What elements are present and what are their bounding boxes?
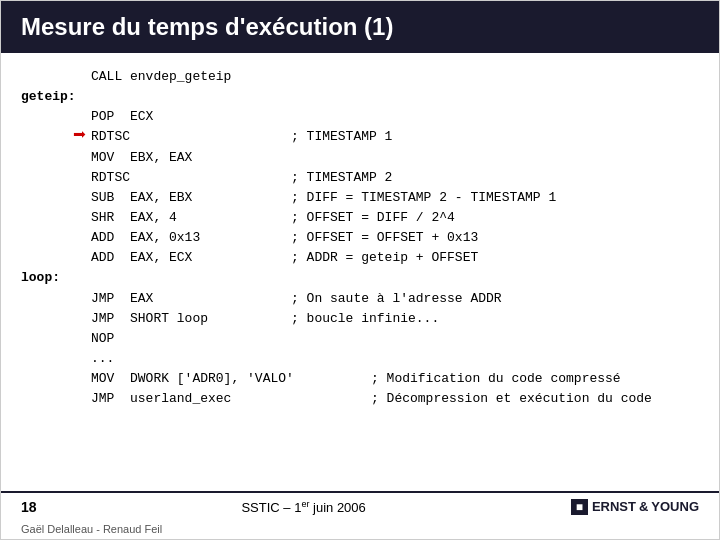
add2-line: ADD EAX, ECX ; ADDR = geteip + OFFSET <box>21 248 699 268</box>
sub-code: SUB EAX, EBX <box>91 188 291 208</box>
jmp1-line: JMP EAX ; On saute à l'adresse ADDR <box>21 289 699 309</box>
footer-separator: – <box>283 500 290 515</box>
geteip-label: geteip: <box>21 87 81 107</box>
rdtsc1-line: ➡ RDTSC ; TIMESTAMP 1 <box>21 127 699 147</box>
sub-comment: ; DIFF = TIMESTAMP 2 - TIMESTAMP 1 <box>291 188 556 208</box>
company-logo: ■ ERNST & YOUNG <box>571 499 699 515</box>
call-line: CALL envdep_geteip <box>21 67 699 87</box>
arrow-icon: ➡ <box>73 126 86 148</box>
dots-line: ... <box>21 349 699 369</box>
pop-code: POP ECX <box>91 107 153 127</box>
jmp1-comment: ; On saute à l'adresse ADDR <box>291 289 502 309</box>
add2-code: ADD EAX, ECX <box>91 248 291 268</box>
sub-line: SUB EAX, EBX ; DIFF = TIMESTAMP 2 - TIME… <box>21 188 699 208</box>
mov-line: MOV EBX, EAX <box>21 148 699 168</box>
add2-comment: ; ADDR = geteip + OFFSET <box>291 248 478 268</box>
mov-code: MOV EBX, EAX <box>91 148 291 168</box>
rdtsc1-comment: ; TIMESTAMP 1 <box>291 127 392 147</box>
jmp2-comment: ; boucle infinie... <box>291 309 439 329</box>
mov2-comment: ; Modification du code compressé <box>371 369 621 389</box>
slide-footer: 18 SSTIC – 1er juin 2006 ■ ERNST & YOUNG <box>1 491 719 521</box>
jmp3-code: JMP userland_exec <box>91 389 371 409</box>
jmp1-code: JMP EAX <box>91 289 291 309</box>
author-text: Gaël Delalleau - Renaud Feil <box>21 523 162 535</box>
geteip-label-line: geteip: <box>21 87 699 107</box>
add1-code: ADD EAX, 0x13 <box>91 228 291 248</box>
rdtsc2-line: RDTSC ; TIMESTAMP 2 <box>21 168 699 188</box>
dots-code: ... <box>91 349 114 369</box>
loop-label-line: loop: <box>21 268 699 288</box>
young-text: YOUNG <box>651 499 699 514</box>
mov2-code: MOV DWORK ['ADR0], 'VALO' <box>91 369 371 389</box>
pop-line: POP ECX <box>21 107 699 127</box>
footer-title: SSTIC – 1er juin 2006 <box>241 499 365 515</box>
add1-line: ADD EAX, 0x13 ; OFFSET = OFFSET + 0x13 <box>21 228 699 248</box>
ernst-text: ERNST <box>592 499 636 514</box>
slide: Mesure du temps d'exécution (1) CALL env… <box>0 0 720 540</box>
loop-label: loop: <box>21 268 81 288</box>
shr-line: SHR EAX, 4 ; OFFSET = DIFF / 2^4 <box>21 208 699 228</box>
slide-header: Mesure du temps d'exécution (1) <box>1 1 719 53</box>
mov2-line: MOV DWORK ['ADR0], 'VALO' ; Modification… <box>21 369 699 389</box>
rdtsc2-code: RDTSC <box>91 168 291 188</box>
nop-line: NOP <box>21 329 699 349</box>
shr-code: SHR EAX, 4 <box>91 208 291 228</box>
rdtsc2-comment: ; TIMESTAMP 2 <box>291 168 392 188</box>
ampersand-text: & <box>639 499 648 514</box>
rdtsc1-code: RDTSC <box>91 127 291 147</box>
ernst-young-text: ERNST & YOUNG <box>592 499 699 514</box>
call-code: CALL envdep_geteip <box>91 67 231 87</box>
slide-content: CALL envdep_geteip geteip: POP ECX ➡ RDT… <box>1 53 719 491</box>
add1-comment: ; OFFSET = OFFSET + 0x13 <box>291 228 478 248</box>
author-line: Gaël Delalleau - Renaud Feil <box>1 521 719 539</box>
date-rest: juin 2006 <box>309 500 365 515</box>
nop-code: NOP <box>91 329 114 349</box>
shr-comment: ; OFFSET = DIFF / 2^4 <box>291 208 455 228</box>
jmp3-comment: ; Décompression et exécution du code <box>371 389 652 409</box>
page-number: 18 <box>21 499 37 515</box>
code-area: CALL envdep_geteip geteip: POP ECX ➡ RDT… <box>21 67 699 483</box>
ey-box-icon: ■ <box>571 499 588 515</box>
jmp2-code: JMP SHORT loop <box>91 309 291 329</box>
jmp3-line: JMP userland_exec ; Décompression et exé… <box>21 389 699 409</box>
sstic-text: SSTIC <box>241 500 279 515</box>
slide-title: Mesure du temps d'exécution (1) <box>21 13 393 40</box>
jmp2-line: JMP SHORT loop ; boucle infinie... <box>21 309 699 329</box>
